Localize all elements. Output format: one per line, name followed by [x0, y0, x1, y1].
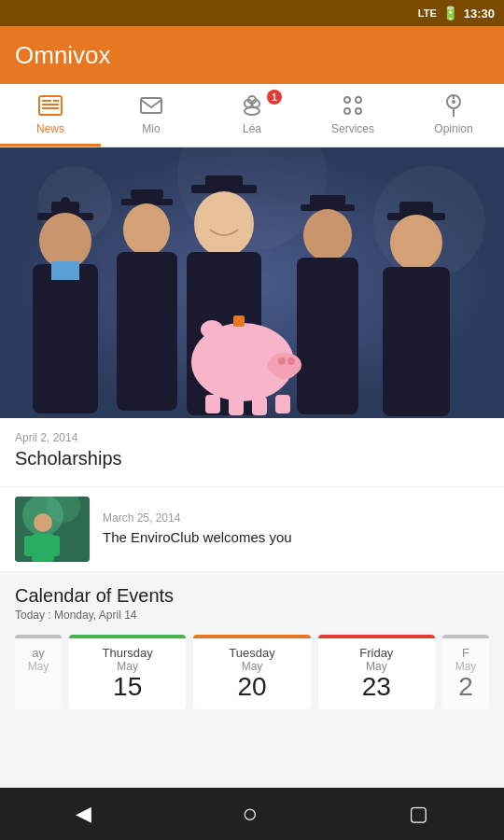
- svg-rect-41: [399, 202, 433, 215]
- enviro-thumbnail: [15, 497, 90, 562]
- enviro-news-item[interactable]: March 25, 2014 The EnviroClub welcomes y…: [0, 487, 504, 572]
- svg-point-12: [344, 108, 350, 114]
- svg-rect-1: [42, 100, 51, 102]
- mio-tab-icon: [138, 92, 164, 119]
- tab-news-label: News: [36, 122, 64, 135]
- lea-badge: 1: [267, 90, 282, 105]
- back-button[interactable]: ◀: [66, 792, 101, 835]
- day-partial-right-name: F: [462, 646, 469, 660]
- svg-point-30: [123, 203, 170, 256]
- scholarship-date: April 2, 2014: [15, 431, 489, 444]
- day-3-name: Friday: [359, 646, 393, 660]
- day-1-month: May: [117, 660, 138, 673]
- svg-point-46: [278, 357, 286, 365]
- svg-rect-50: [205, 395, 220, 413]
- hero-image: [0, 147, 504, 418]
- svg-rect-5: [141, 98, 161, 113]
- calendar-day-tuesday[interactable]: Tuesday May 20: [193, 635, 310, 709]
- svg-point-48: [273, 364, 296, 379]
- svg-point-17: [452, 100, 455, 104]
- tab-services[interactable]: Services: [302, 84, 403, 147]
- tab-news[interactable]: News: [0, 84, 101, 147]
- day-2-number: 20: [237, 673, 266, 702]
- svg-point-24: [61, 197, 70, 206]
- day-2-month: May: [242, 660, 263, 673]
- day-partial-right-number: 2: [458, 673, 473, 702]
- tab-lea[interactable]: 1 Léa: [202, 84, 302, 147]
- day-2-name: Tuesday: [229, 646, 274, 660]
- calendar-today-label: Today : Monday, April 14: [15, 609, 489, 622]
- calendar-day-thursday[interactable]: Thursday May 15: [69, 635, 186, 709]
- lte-icon: LTE: [418, 7, 437, 19]
- svg-point-13: [356, 108, 361, 114]
- recent-apps-button[interactable]: ▢: [399, 792, 438, 835]
- opinion-tab-icon: [441, 92, 467, 119]
- svg-point-38: [303, 209, 352, 261]
- svg-point-34: [194, 191, 254, 257]
- status-bar: LTE 🔋 13:30: [0, 0, 504, 26]
- svg-rect-37: [310, 195, 345, 206]
- lea-tab-icon: [239, 92, 265, 119]
- svg-rect-51: [229, 397, 244, 415]
- svg-point-47: [287, 357, 295, 365]
- svg-point-11: [356, 97, 361, 103]
- scholarship-title: Scholarships: [15, 448, 489, 469]
- day-3-number: 23: [362, 673, 391, 702]
- scholarship-news-item[interactable]: April 2, 2014 Scholarships: [0, 418, 504, 487]
- svg-rect-33: [205, 175, 243, 187]
- day-partial-right-month: May: [455, 660, 477, 673]
- svg-point-49: [201, 320, 223, 339]
- svg-rect-53: [275, 395, 290, 413]
- hero-svg: [0, 147, 504, 418]
- tab-lea-label: Léa: [243, 122, 261, 135]
- svg-point-10: [344, 97, 350, 103]
- svg-rect-54: [233, 315, 245, 327]
- bottom-nav: ◀ ○ ▢: [0, 788, 504, 840]
- svg-rect-31: [117, 252, 177, 411]
- day-partial-left-month: May: [28, 660, 49, 673]
- calendar-day-partial-right[interactable]: F May 2: [442, 635, 489, 709]
- calendar-title: Calendar of Events: [15, 585, 489, 607]
- enviro-thumb-svg: [15, 497, 90, 562]
- app-header: Omnivox: [0, 26, 504, 84]
- svg-rect-2: [42, 104, 59, 105]
- day-3-month: May: [366, 660, 387, 673]
- calendar-day-partial-left[interactable]: ay May: [15, 635, 62, 709]
- tab-opinion-label: Opinion: [434, 122, 472, 135]
- svg-rect-29: [131, 189, 163, 199]
- svg-point-9: [245, 107, 259, 115]
- home-button[interactable]: ○: [233, 790, 268, 838]
- svg-rect-43: [383, 267, 450, 416]
- nav-tabs: News Mio 1 Léa Services: [0, 84, 504, 147]
- svg-rect-39: [297, 258, 358, 414]
- calendar-section: Calendar of Events Today : Monday, April…: [0, 572, 504, 719]
- svg-rect-60: [24, 536, 35, 556]
- services-tab-icon: [340, 92, 366, 119]
- svg-rect-27: [51, 261, 79, 280]
- news-tab-icon: [37, 92, 63, 119]
- svg-rect-26: [33, 264, 98, 413]
- calendar-day-friday[interactable]: Friday May 23: [318, 635, 435, 709]
- tab-mio[interactable]: Mio: [101, 84, 202, 147]
- enviro-date: March 25, 2014: [103, 511, 292, 525]
- tab-opinion[interactable]: Opinion: [403, 84, 504, 147]
- tab-services-label: Services: [331, 122, 374, 135]
- svg-rect-52: [252, 397, 267, 415]
- svg-rect-61: [49, 536, 60, 556]
- svg-rect-4: [53, 100, 59, 102]
- svg-point-42: [390, 215, 442, 271]
- svg-point-58: [34, 513, 52, 532]
- clock: 13:30: [464, 7, 495, 21]
- battery-icon: 🔋: [442, 6, 458, 21]
- app-title: Omnivox: [15, 41, 111, 70]
- day-partial-left-name: ay: [32, 646, 45, 660]
- calendar-days-row: ay May Thursday May 15 Tuesday May 20 Fr…: [15, 635, 489, 709]
- day-1-name: Thursday: [103, 646, 153, 660]
- enviro-title: The EnviroClub welcomes you: [103, 528, 292, 547]
- tab-mio-label: Mio: [142, 122, 160, 135]
- svg-rect-3: [42, 107, 59, 109]
- day-1-number: 15: [113, 673, 142, 702]
- svg-point-25: [39, 213, 91, 269]
- enviro-text-block: March 25, 2014 The EnviroClub welcomes y…: [103, 511, 292, 547]
